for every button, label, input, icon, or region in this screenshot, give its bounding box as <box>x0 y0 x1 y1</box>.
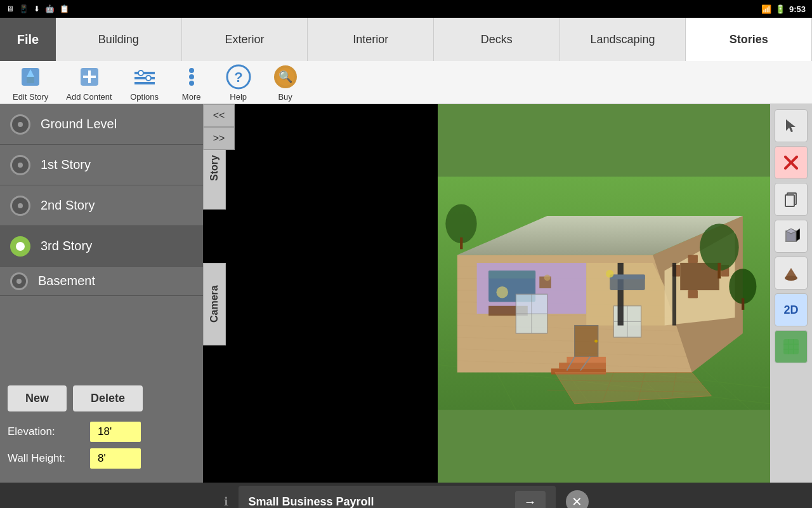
toolbar-help[interactable]: ? Help <box>216 60 261 104</box>
tab-exterior[interactable]: Exterior <box>182 18 308 61</box>
tab-landscaping[interactable]: Landscaping <box>560 18 686 61</box>
wall-height-row: Wall Height: 8' <box>8 448 195 469</box>
story-item-1st[interactable]: 1st Story <box>0 145 203 185</box>
radio-basement <box>10 272 28 290</box>
copy-button[interactable] <box>775 183 808 216</box>
svg-rect-94 <box>783 339 799 354</box>
main-area: Ground Level 1st Story 2nd Story 3rd Sto… <box>0 104 812 483</box>
left-panel: Ground Level 1st Story 2nd Story 3rd Sto… <box>0 104 203 483</box>
ad-close-button[interactable]: ✕ <box>566 490 589 508</box>
wifi-icon: 📶 <box>761 4 771 14</box>
expand-right-btn[interactable]: >> <box>203 127 235 150</box>
add-content-label: Add Content <box>66 92 112 102</box>
help-icon: ? <box>225 63 252 91</box>
story-item-3rd[interactable]: 3rd Story <box>0 226 203 267</box>
view-green-button[interactable] <box>775 330 808 363</box>
svg-point-11 <box>189 68 194 73</box>
svg-point-10 <box>146 76 151 81</box>
story-label-basement: Basement <box>38 274 95 288</box>
edit-story-label: Edit Story <box>13 92 48 102</box>
tab-building[interactable]: Building <box>56 18 182 61</box>
toolbar: Edit Story Add Content Options <box>0 61 812 104</box>
svg-point-12 <box>189 74 194 79</box>
battery-icon: 🔋 <box>775 4 785 14</box>
svg-rect-70 <box>618 263 624 326</box>
collapse-left-btn[interactable]: << <box>203 104 235 127</box>
status-right: 📶 🔋 9:53 <box>761 4 806 14</box>
box-button[interactable] <box>775 220 808 253</box>
story-item-2nd[interactable]: 2nd Story <box>0 185 203 226</box>
toolbar-add-content[interactable]: Add Content <box>58 60 119 104</box>
svg-rect-7 <box>134 77 155 79</box>
tablet-icon: 📱 <box>19 4 29 13</box>
view-2d-button[interactable]: 2D <box>775 293 808 326</box>
svg-marker-91 <box>796 229 800 241</box>
canvas-area[interactable] <box>438 104 770 483</box>
svg-text:🔍: 🔍 <box>278 70 293 84</box>
delete-button[interactable]: Delete <box>73 385 143 411</box>
buy-label: Buy <box>278 92 292 102</box>
svg-rect-6 <box>134 72 155 74</box>
wall-height-value[interactable]: 8' <box>90 448 141 469</box>
story-label-2nd: 2nd Story <box>41 198 95 213</box>
help-label: Help <box>230 92 247 102</box>
svg-point-75 <box>445 204 476 243</box>
material-button[interactable] <box>775 257 808 290</box>
tab-file[interactable]: File <box>0 18 56 61</box>
svg-point-44 <box>496 286 508 298</box>
building-scene <box>438 104 770 483</box>
edit-story-icon <box>16 63 44 91</box>
more-label: More <box>182 92 201 102</box>
svg-rect-40 <box>488 271 535 278</box>
toolbar-buy[interactable]: 🔍 Buy <box>263 60 308 104</box>
new-button[interactable]: New <box>8 385 67 411</box>
delete-button-right[interactable] <box>775 146 808 179</box>
ad-arrow-button[interactable]: → <box>515 491 546 509</box>
options-icon <box>131 63 159 91</box>
toolbar-more[interactable]: More <box>169 60 214 104</box>
add-content-icon <box>75 63 103 91</box>
svg-rect-50 <box>688 255 698 263</box>
buy-icon: 🔍 <box>272 63 299 91</box>
svg-point-42 <box>544 274 551 281</box>
wall-height-label: Wall Height: <box>8 452 90 465</box>
screen-icon: 🖥 <box>6 4 14 13</box>
svg-rect-76 <box>460 237 462 249</box>
tab-stories[interactable]: Stories <box>686 18 812 61</box>
status-icons-left: 🖥 📱 ⬇ 🤖 📋 <box>6 4 69 13</box>
ad-bar: ℹ Small Business Payroll → ✕ <box>0 483 812 508</box>
options-label: Options <box>130 92 159 102</box>
toolbar-options[interactable]: Options <box>122 60 167 104</box>
svg-rect-81 <box>610 274 645 279</box>
more-icon <box>178 63 206 91</box>
story-item-basement[interactable]: Basement <box>0 267 203 296</box>
camera-tab[interactable]: Camera <box>203 263 226 345</box>
svg-rect-8 <box>134 82 155 84</box>
svg-rect-2 <box>27 77 34 83</box>
elevation-value[interactable]: 18' <box>90 422 141 442</box>
ad-content[interactable]: Small Business Payroll → <box>239 486 556 509</box>
story-item-ground[interactable]: Ground Level <box>0 104 203 145</box>
svg-point-82 <box>606 270 613 277</box>
download-icon: ⬇ <box>34 4 40 13</box>
svg-point-60 <box>594 340 598 343</box>
svg-point-9 <box>138 70 143 76</box>
radio-1st <box>10 155 30 175</box>
tab-decks[interactable]: Decks <box>434 18 560 61</box>
clock: 9:53 <box>789 4 806 14</box>
toolbar-edit-story[interactable]: Edit Story <box>5 60 56 104</box>
tab-interior[interactable]: Interior <box>308 18 434 61</box>
ad-text: Small Business Payroll <box>249 495 374 509</box>
svg-rect-74 <box>742 298 744 309</box>
story-label-3rd: 3rd Story <box>41 239 92 253</box>
svg-marker-83 <box>786 119 796 132</box>
story-label-ground: Ground Level <box>41 117 117 131</box>
story-label-1st: 1st Story <box>41 157 91 172</box>
cursor-button[interactable] <box>775 109 808 142</box>
ad-info-icon: ℹ <box>224 495 228 508</box>
tab-bar: File Building Exterior Interior Decks La… <box>0 18 812 61</box>
svg-rect-87 <box>785 195 794 206</box>
elevation-label: Elevation: <box>8 425 90 438</box>
elevation-row: Elevation: 18' <box>8 422 195 442</box>
story-list: Ground Level 1st Story 2nd Story 3rd Sto… <box>0 104 203 378</box>
